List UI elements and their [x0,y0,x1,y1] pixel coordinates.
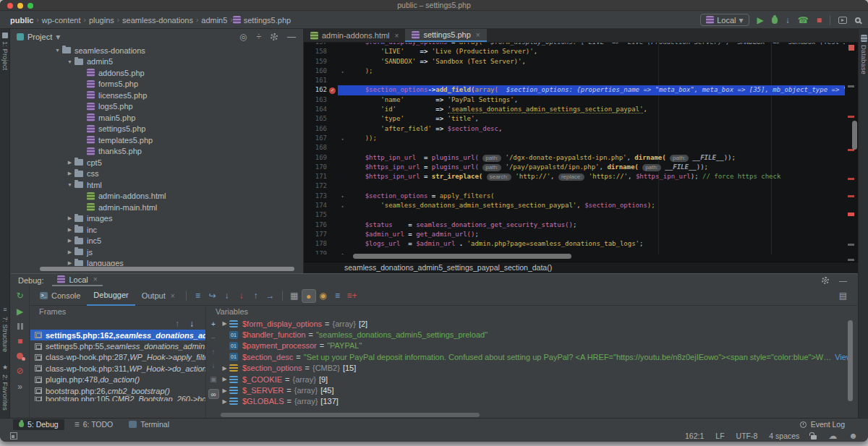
variable-row[interactable]: 01$payment_processor="PAYPAL" [220,340,857,351]
fold-icon[interactable]: ▾ [338,192,347,201]
stop-icon[interactable]: ■ [17,337,22,346]
next-frame-icon[interactable]: ↓ [190,320,194,328]
expand-chevron-icon[interactable]: ▶ [220,376,229,382]
line-number[interactable]: 159 [304,57,327,67]
step-over-icon[interactable]: ↪ [205,289,220,302]
code-area[interactable]: 157 $form_display_options = array( $form… [304,43,845,254]
force-step-into-icon[interactable]: ↓ [234,289,249,302]
tree-item-admin5[interactable]: ▼admin5 [11,56,303,68]
debug-icon[interactable] [772,17,778,24]
tree-item-seamless-donations[interactable]: ▼seamless-donations [11,45,303,56]
resume-icon[interactable]: ▶ [17,307,23,316]
tree-item-html[interactable]: ▼html [11,179,303,191]
move-up-icon[interactable]: ↑ [212,348,216,356]
frame-row[interactable]: settings5.php:162, seamless_donations_ad… [30,330,205,340]
breadcrumb-item[interactable]: public [10,16,33,25]
fold-icon[interactable]: ▾ [338,249,347,254]
line-number[interactable]: 171 [304,172,327,181]
remove-watch-icon[interactable]: − [211,334,216,342]
project-panel-title[interactable]: Project [27,33,52,41]
tree-item-js[interactable]: ▶js [11,246,303,258]
mute-breakpoints-icon[interactable]: ⊘ [16,366,23,375]
editor-vertical-scrollbar[interactable] [852,121,857,150]
tree-item-inc[interactable]: ▶inc [11,224,303,236]
tree-item-cpt5[interactable]: ▶cpt5 [11,157,303,168]
close-icon[interactable]: × [171,292,175,300]
tool-window-button-structure[interactable]: ≡ 7: Structure [0,305,10,352]
fold-icon[interactable]: ▴ [338,67,347,76]
breadcrumb-item[interactable]: seamless-donations [122,16,193,25]
frame-row[interactable]: bootstrap.php:105, CMB2_Bootstrap_260->b… [30,396,205,401]
tree-item-admin-addons.html[interactable]: admin-addons.html [11,191,303,202]
debug-tab-console[interactable]: >_Console [33,286,87,306]
caret-position-widget[interactable]: 162:1 [685,432,704,440]
line-number[interactable]: 169 [304,153,327,163]
close-icon[interactable]: × [93,275,98,283]
line-number[interactable]: 172 [304,181,327,191]
variables-vertical-scrollbar[interactable] [848,320,853,401]
lock-icon[interactable] [811,435,817,439]
close-icon[interactable]: × [476,31,480,39]
layout-settings-icon[interactable]: ▤ [839,291,857,300]
evaluate-expression-icon[interactable]: ▦ [287,289,302,302]
tree-item-languages[interactable]: ▶languages [11,258,303,267]
chevron-right-icon[interactable]: ▶ [65,171,75,176]
tool-window-button-terminal[interactable]: Terminal [123,419,175,430]
chevron-right-icon[interactable]: ▶ [65,227,75,233]
stop-icon[interactable]: ■ [817,16,822,25]
debug-tab-output[interactable]: Output× [135,286,182,306]
threads-view-icon[interactable]: ≡ [331,289,345,302]
variable-row[interactable]: ▶$_COOKIE={array}[9] [220,374,857,385]
line-number[interactable]: 175 [304,210,327,220]
tool-window-button-project[interactable]: 1: Project [0,33,10,70]
line-number[interactable]: 163 [304,95,327,105]
variables-horizontal-scrollbar[interactable] [221,413,480,417]
expand-chevron-icon[interactable]: ▶ [220,320,229,327]
variable-row[interactable]: 01$handler_function="seamless_donations_… [220,329,857,340]
theme-face-icon[interactable]: ☻ [848,432,858,440]
tree-item-addons5.php[interactable]: addons5.php [11,67,303,79]
breadcrumb-item[interactable]: settings5.php [244,16,291,25]
frame-row[interactable]: class-wp-hook.php:287, WP_Hook->apply_fi… [30,352,205,363]
tool-window-button-database[interactable]: Database [859,35,868,74]
debug-tab-debugger[interactable]: Debugger [87,286,135,306]
add-watch-icon[interactable]: + [211,320,216,328]
line-number[interactable]: 170 [304,163,327,172]
expand-chevron-icon[interactable]: ▶ [220,365,229,372]
line-number[interactable]: 158 [304,47,327,56]
line-number[interactable]: 174 [304,201,327,210]
stripe-mark[interactable] [848,195,854,197]
tree-item-forms5.php[interactable]: forms5.php [11,79,303,90]
copy-icon[interactable]: ▣ [210,375,216,383]
frame-row[interactable]: plugin.php:478, do_action() [30,374,205,385]
line-number[interactable]: 176 [304,220,327,230]
tree-item-inc5[interactable]: ▶inc5 [11,236,303,247]
pause-icon[interactable] [17,323,23,330]
breadcrumb-item[interactable]: plugins [89,16,114,25]
tree-item-templates5.php[interactable]: templates5.php [11,134,303,146]
variable-row[interactable]: ▶$form_display_options={array}[2] [220,318,857,329]
chevron-right-icon[interactable]: ▶ [65,160,75,166]
line-number[interactable]: 166 [304,124,327,134]
hide-panel-icon[interactable]: — [287,33,296,41]
debug-session-tab[interactable]: Local × [52,274,102,286]
step-into-icon[interactable]: ↓ [220,289,234,302]
line-number[interactable]: 173 [304,192,327,201]
line-number[interactable]: 167 [304,134,327,143]
editor-tab-admin-addons.html[interactable]: admin-addons.html× [304,29,405,42]
search-everywhere-icon[interactable] [855,17,861,23]
tool-window-button-debug[interactable]: 5: Debug [13,419,64,430]
variable-row[interactable]: ▶$section_options={CMB2}[15] [220,363,857,374]
running-list-icon[interactable] [838,17,847,24]
stripe-mark[interactable] [848,178,854,180]
line-number[interactable]: 178 [304,239,327,249]
settings-gear-icon[interactable] [822,277,829,284]
line-number[interactable]: 160 [304,67,327,76]
coverage-icon[interactable]: ↓ [786,16,790,25]
line-number[interactable]: 165 [304,114,327,124]
tree-item-main5.php[interactable]: main5.php [11,112,303,124]
event-log-button[interactable]: Event Log [800,420,868,429]
show-execution-point-icon[interactable]: ≡ [191,289,205,302]
step-out-icon[interactable]: ↑ [249,289,263,302]
line-number[interactable]: 162 [304,85,327,95]
